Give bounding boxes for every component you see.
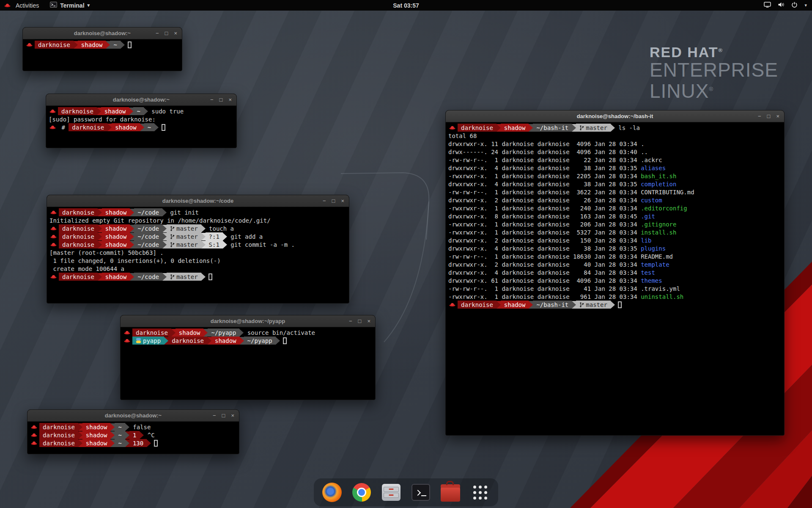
- minimize-button[interactable]: −: [758, 113, 761, 119]
- powerline-separator: [121, 41, 125, 49]
- close-button[interactable]: ×: [228, 97, 232, 102]
- terminal-text: bash_it.sh: [641, 173, 676, 179]
- display-icon[interactable]: [764, 2, 771, 9]
- prompt-segment-user: darknoise: [59, 208, 98, 216]
- redhat-icon: [31, 433, 37, 437]
- power-icon[interactable]: [791, 2, 798, 9]
- redhat-icon: [31, 425, 37, 429]
- terminal-text: drwxrwxr-x. 11 darknoise darknoise 4096 …: [448, 141, 641, 147]
- window-titlebar[interactable]: darknoise@shadow:~/bash-it − □ ×: [446, 110, 784, 122]
- minimize-button[interactable]: −: [210, 97, 214, 102]
- prompt-segment-venv: pyapp: [132, 337, 164, 345]
- terminal-text: -rwxrwxr-x. 1 darknoise darknoise 206 Ja…: [448, 221, 641, 228]
- terminal-text: create mode 100644 a: [49, 265, 124, 272]
- terminal-line: darknoiseshadow~/codemasterS:1 git commi…: [49, 240, 346, 248]
- maximize-button[interactable]: □: [165, 30, 168, 36]
- powerline-separator: [497, 301, 501, 309]
- terminal-line: darknoiseshadow~130: [30, 439, 236, 447]
- powerline-separator: [162, 209, 167, 216]
- powerline-separator: [78, 423, 82, 431]
- terminal-content[interactable]: darknoiseshadow~ sudo true[sudo] passwor…: [46, 106, 236, 148]
- terminal-content[interactable]: darknoiseshadow~/pyapp source bin/activa…: [121, 327, 375, 400]
- firefox-icon[interactable]: [321, 482, 343, 503]
- redhat-icon: [449, 302, 455, 307]
- minimize-button[interactable]: −: [156, 30, 159, 36]
- show-applications-icon[interactable]: [469, 482, 491, 503]
- prompt-segment-host: shadow: [102, 240, 130, 248]
- terminal-text: git init: [167, 209, 199, 216]
- window-titlebar[interactable]: darknoise@shadow:~ − □ ×: [46, 94, 236, 106]
- minimize-button[interactable]: −: [349, 318, 352, 324]
- close-button[interactable]: ×: [174, 30, 177, 36]
- close-button[interactable]: ×: [231, 413, 234, 418]
- terminal-line: 1 file changed, 0 insertions(+), 0 delet…: [49, 257, 346, 265]
- terminal-window-1[interactable]: darknoise@shadow:~ − □ × darknoiseshadow…: [22, 27, 182, 71]
- branch-icon: [170, 242, 176, 248]
- terminal-window-5[interactable]: darknoise@shadow:~ − □ × darknoiseshadow…: [27, 409, 239, 454]
- prompt-segment-user: darknoise: [35, 41, 74, 49]
- terminal-line: drwxrwxr-x. 4 darknoise darknoise 84 Jan…: [448, 268, 782, 276]
- clock[interactable]: Sat 03:57: [393, 2, 419, 9]
- terminal-text: git add a: [227, 233, 263, 240]
- terminal-text: [sudo] password for darknoise:: [49, 116, 156, 123]
- redhat-icon: [50, 242, 57, 247]
- maximize-button[interactable]: □: [767, 113, 771, 119]
- powerline-separator: [201, 233, 206, 240]
- window-title: darknoise@shadow:~: [74, 30, 131, 36]
- maximize-button[interactable]: □: [358, 318, 362, 324]
- close-button[interactable]: ×: [341, 198, 344, 204]
- prompt-segment-user: darknoise: [168, 337, 207, 345]
- branch-icon: [579, 125, 586, 131]
- terminal-line: darknoiseshadow~/code git init: [49, 208, 346, 216]
- system-status-area[interactable]: ▾: [764, 2, 812, 9]
- files-icon[interactable]: [381, 482, 402, 503]
- close-button[interactable]: ×: [776, 113, 779, 119]
- prompt-segment-host: shadow: [82, 431, 111, 439]
- powerline-separator: [130, 273, 134, 281]
- terminal-text: ..: [641, 149, 648, 155]
- prompt-segment-path: ~: [110, 41, 120, 49]
- prompt-segment-user: darknoise: [59, 232, 98, 240]
- minimize-button[interactable]: −: [323, 198, 326, 204]
- prompt-segment-host: shadow: [501, 301, 529, 309]
- terminal-line: drwxrwxr-x. 11 darknoise darknoise 4096 …: [448, 140, 782, 148]
- terminal-line: -rwxrwxr-x. 1 darknoise darknoise 5327 J…: [448, 228, 782, 236]
- terminal-window-bash-it[interactable]: darknoise@shadow:~/bash-it − □ × darknoi…: [445, 110, 785, 436]
- top-bar: Activities Terminal ▾ Sat 03:57 ▾: [0, 0, 812, 11]
- powerline-separator: [74, 41, 78, 49]
- chrome-icon[interactable]: [351, 482, 372, 503]
- powerline-separator: [572, 124, 576, 132]
- terminal-line: # darknoiseshadow~: [49, 123, 234, 131]
- prompt-segment-host: shadow: [78, 41, 106, 49]
- prompt-segment-git: master: [167, 240, 201, 248]
- terminal-window-3[interactable]: darknoise@shadow:~/code − □ × darknoises…: [47, 195, 349, 304]
- terminal-window-4[interactable]: darknoise@shadow:~/pyapp − □ × darknoise…: [120, 315, 376, 400]
- maximize-button[interactable]: □: [222, 413, 225, 418]
- close-button[interactable]: ×: [367, 318, 370, 324]
- terminal-line: darknoiseshadow~: [25, 41, 179, 49]
- terminal-window-2[interactable]: darknoise@shadow:~ − □ × darknoiseshadow…: [46, 94, 237, 148]
- toolbox-icon[interactable]: [440, 482, 461, 503]
- redhat-icon: [49, 125, 56, 130]
- minimize-button[interactable]: −: [213, 413, 216, 418]
- terminal-content[interactable]: darknoiseshadow~: [23, 39, 182, 71]
- maximize-button[interactable]: □: [332, 198, 335, 204]
- powerline-separator: [276, 337, 280, 345]
- window-titlebar[interactable]: darknoise@shadow:~/code − □ ×: [47, 195, 349, 207]
- maximize-button[interactable]: □: [219, 97, 223, 102]
- terminal-content[interactable]: darknoiseshadow~ falsedarknoiseshadow~1 …: [27, 422, 239, 454]
- app-menu-terminal[interactable]: Terminal ▾: [50, 2, 90, 9]
- window-titlebar[interactable]: darknoise@shadow:~ − □ ×: [27, 410, 239, 422]
- activities-button[interactable]: Activities: [0, 2, 39, 9]
- volume-icon[interactable]: [778, 2, 785, 9]
- terminal-content[interactable]: darknoiseshadow~/bash-itmaster ls -latot…: [446, 122, 784, 435]
- terminal-line: drwxrwxr-x. 8 darknoise darknoise 163 Ja…: [448, 212, 782, 220]
- window-titlebar[interactable]: darknoise@shadow:~ − □ ×: [23, 28, 182, 39]
- prompt-segment-exit: 130: [129, 439, 147, 447]
- terminal-icon[interactable]: [410, 482, 431, 503]
- prompt-segment-git: master: [167, 273, 201, 281]
- terminal-cursor: [128, 41, 132, 48]
- terminal-line: drwxrwxr-x. 4 darknoise darknoise 38 Jan…: [448, 180, 782, 188]
- terminal-content[interactable]: darknoiseshadow~/code git initInitialize…: [47, 207, 349, 303]
- window-titlebar[interactable]: darknoise@shadow:~/pyapp − □ ×: [121, 315, 375, 327]
